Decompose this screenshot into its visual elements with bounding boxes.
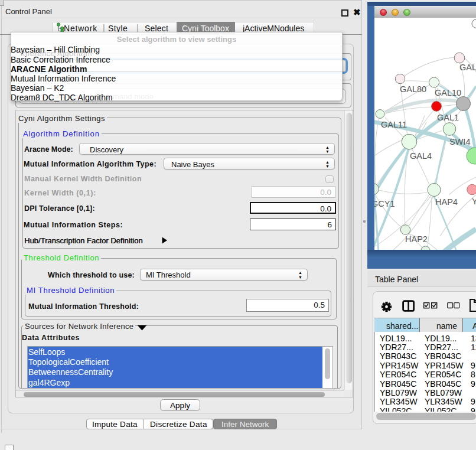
svg-text:HAP4: HAP4 (435, 197, 458, 207)
svg-text:GAL1: GAL1 (437, 113, 459, 122)
svg-text:SWI4: SWI4 (449, 137, 470, 146)
svg-text:GAL11: GAL11 (381, 120, 407, 129)
svg-text:GAL7: GAL7 (459, 63, 476, 72)
svg-text:GCY1: GCY1 (374, 199, 395, 208)
svg-text:HAP2: HAP2 (405, 234, 428, 244)
svg-text:GAL4: GAL4 (410, 151, 432, 161)
svg-text:YMR: YMR (472, 197, 476, 206)
svg-text:GAL80: GAL80 (400, 84, 426, 94)
svg-text:GAL10: GAL10 (435, 88, 461, 97)
